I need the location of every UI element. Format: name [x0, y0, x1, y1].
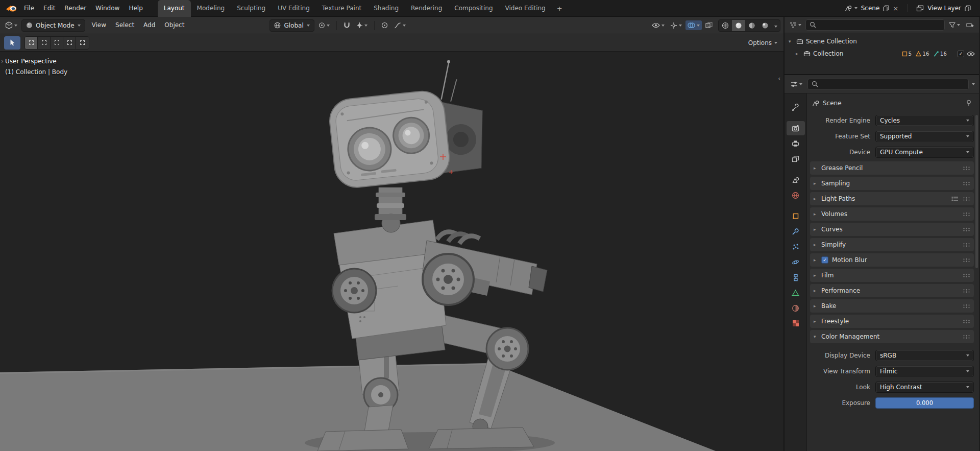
scrollbar[interactable] [975, 115, 978, 268]
object-data-properties-tab[interactable] [787, 286, 805, 300]
particles-properties-tab[interactable] [787, 240, 805, 254]
outliner-filter-dropdown[interactable] [947, 20, 962, 30]
shading-wireframe-button[interactable] [719, 19, 732, 32]
panel-performance[interactable]: ▸Performance [810, 284, 974, 297]
show-overlays-dropdown[interactable] [685, 20, 702, 30]
panel-freestyle[interactable]: ▸Freestyle [810, 315, 974, 328]
feature-set-dropdown[interactable]: Supported [875, 131, 974, 142]
proportional-editing-toggle[interactable] [379, 20, 390, 30]
panel-volumes[interactable]: ▸Volumes [810, 207, 974, 221]
sidebar-toggle-arrow[interactable]: ‹ [778, 75, 780, 82]
menubar-item-render[interactable]: Render [60, 0, 91, 16]
new-scene-button[interactable] [883, 5, 889, 12]
snapping-dropdown[interactable] [354, 20, 370, 30]
scene-selector[interactable]: Scene × [842, 4, 903, 13]
world-properties-tab[interactable] [787, 188, 805, 202]
add-workspace-button[interactable]: + [552, 0, 568, 17]
workspace-tab-texture-paint[interactable]: Texture Paint [316, 0, 368, 17]
workspace-tab-modeling[interactable]: Modeling [191, 0, 231, 17]
view-layer-name-field[interactable]: View Layer [927, 5, 961, 12]
options-button[interactable]: Options [748, 39, 772, 46]
properties-search-input[interactable] [807, 79, 969, 90]
panel-grease-pencil[interactable]: ▸Grease Pencil [810, 161, 974, 175]
viewport-canvas[interactable]: User Perspective (1) Collection | Body ›… [0, 52, 783, 451]
select-mode-button[interactable] [38, 37, 51, 49]
shading-material-button[interactable] [745, 19, 758, 32]
shading-solid-button[interactable] [732, 19, 745, 32]
viewport-menu-select[interactable]: Select [111, 17, 139, 34]
workspace-tab-rendering[interactable]: Rendering [405, 0, 448, 17]
menubar-item-file[interactable]: File [19, 0, 39, 16]
view-layer-selector[interactable]: View Layer [913, 4, 974, 13]
panel-light-paths[interactable]: ▸Light Paths [810, 192, 974, 205]
snap-toggle-button[interactable] [341, 20, 352, 31]
menubar-item-window[interactable]: Window [91, 0, 124, 16]
transform-orientation-dropdown[interactable]: Global [270, 19, 314, 32]
properties-editor-type-button[interactable] [789, 80, 804, 89]
expand-arrow-icon[interactable]: ▸ [796, 51, 801, 56]
menubar-item-edit[interactable]: Edit [39, 0, 60, 16]
motion-blur-checkbox[interactable]: ✓ [821, 256, 828, 264]
new-collection-button[interactable] [964, 20, 976, 30]
select-mode-button[interactable] [63, 37, 76, 49]
panel-motion-blur[interactable]: ▸✓Motion Blur [810, 253, 974, 267]
workspace-tab-video-editing[interactable]: Video Editing [499, 0, 552, 17]
view-transform-dropdown[interactable]: Filmic [875, 366, 974, 377]
viewport-menu-view[interactable]: View [87, 17, 111, 34]
workspace-tab-sculpting[interactable]: Sculpting [231, 0, 272, 17]
output-properties-tab[interactable] [787, 136, 805, 151]
mode-dropdown[interactable]: Object Mode [21, 19, 85, 32]
outliner-row-scene-collection[interactable]: ▾ Scene Collection [787, 35, 977, 48]
proportional-falloff-dropdown[interactable] [392, 20, 408, 30]
modifiers-properties-tab[interactable] [787, 224, 805, 239]
view-layer-properties-tab[interactable] [787, 152, 805, 166]
workspace-tab-shading[interactable]: Shading [368, 0, 405, 17]
active-tool-button[interactable] [4, 36, 20, 50]
visibility-eye-icon[interactable] [967, 51, 975, 57]
pin-icon[interactable] [966, 100, 972, 107]
expand-arrow-icon[interactable]: ▾ [789, 39, 794, 44]
panel-film[interactable]: ▸Film [810, 269, 974, 282]
texture-properties-tab[interactable] [787, 316, 805, 330]
exposure-slider[interactable]: 0.000 [875, 397, 974, 409]
panel-color-management[interactable]: ▾Color Management [810, 330, 974, 343]
panel-curves[interactable]: ▸Curves [810, 223, 974, 236]
select-mode-button[interactable] [51, 37, 63, 49]
blender-logo-icon[interactable] [5, 4, 17, 13]
toolbar-toggle-arrow[interactable]: › [1, 58, 4, 65]
panel-bake[interactable]: ▸Bake [810, 299, 974, 313]
render-engine-dropdown[interactable]: Cycles [875, 115, 974, 126]
select-mode-button[interactable] [76, 37, 89, 49]
workspace-tab-uv-editing[interactable]: UV Editing [272, 0, 316, 17]
toggle-xray-button[interactable] [703, 20, 715, 30]
object-properties-tab[interactable] [787, 209, 805, 223]
object-visibility-dropdown[interactable] [650, 21, 667, 30]
scene-name-field[interactable]: Scene [861, 5, 880, 12]
collection-checkbox[interactable]: ✓ [958, 51, 964, 57]
viewport-editor-type-button[interactable] [3, 20, 19, 31]
render-properties-tab[interactable] [787, 121, 805, 135]
shading-dropdown[interactable] [772, 22, 780, 29]
shading-rendered-button[interactable] [758, 19, 772, 32]
scene-properties-tab[interactable] [787, 173, 805, 187]
outliner-editor-type-button[interactable] [788, 20, 803, 30]
tool-properties-tab[interactable] [787, 100, 805, 114]
material-properties-tab[interactable] [787, 301, 805, 315]
unlink-scene-button[interactable]: × [892, 5, 899, 12]
viewport-menu-object[interactable]: Object [160, 17, 189, 34]
pivot-point-dropdown[interactable] [316, 20, 332, 30]
light-paths-presets-icon[interactable] [951, 196, 959, 202]
new-view-layer-button[interactable] [965, 5, 971, 12]
menubar-item-help[interactable]: Help [124, 0, 147, 16]
show-gizmo-dropdown[interactable] [668, 20, 684, 31]
workspace-tab-compositing[interactable]: Compositing [448, 0, 499, 17]
properties-options-chevron[interactable] [972, 83, 975, 85]
constraints-properties-tab[interactable] [787, 270, 805, 284]
workspace-tab-layout[interactable]: Layout [158, 0, 191, 17]
look-dropdown[interactable]: High Contrast [875, 382, 974, 393]
device-dropdown[interactable]: GPU Compute [875, 147, 974, 158]
viewport-menu-add[interactable]: Add [139, 17, 160, 34]
panel-simplify[interactable]: ▸Simplify [810, 238, 974, 251]
outliner-row-collection[interactable]: ▸ Collection 51616 ✓ [787, 48, 977, 60]
panel-sampling[interactable]: ▸Sampling [810, 177, 974, 190]
